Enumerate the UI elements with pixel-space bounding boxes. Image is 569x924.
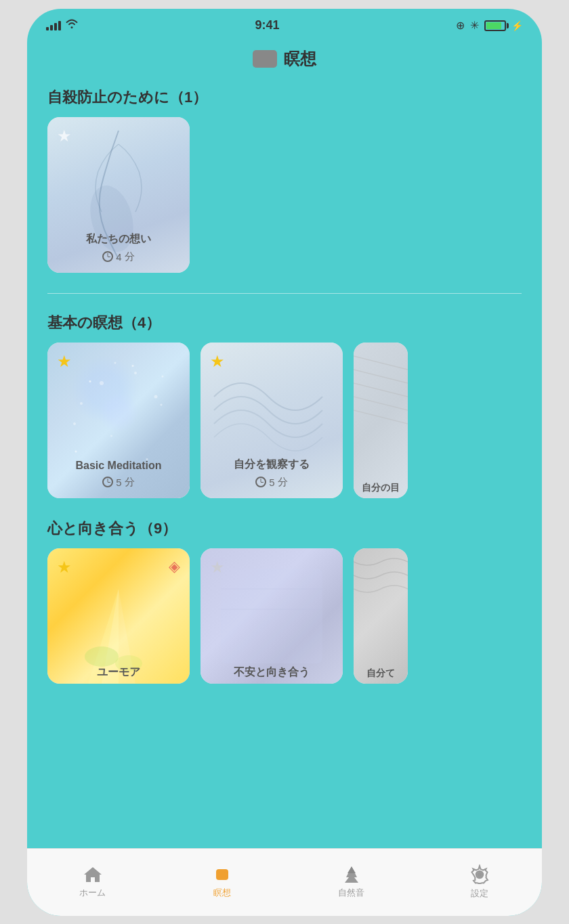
svg-rect-19 [219,872,226,877]
card-watashitachi-label: 私たちの想い [47,232,190,246]
clock-basic-icon [102,477,113,487]
svg-line-10 [354,383,408,397]
section-basic-meditation: 基本の瞑想（4） [47,313,522,498]
svg-point-5 [114,361,117,364]
tab-home[interactable]: ホーム [79,865,106,899]
status-bar: 9:41 ⊕ ✳ ⚡ [27,9,542,43]
tab-settings-label: 設定 [471,887,488,900]
card-star-icon: ★ [57,127,72,146]
tab-home-label: ホーム [79,887,106,899]
card-kansatsu-label: 自分を観察する [201,458,343,472]
section-3-cards: ★ ◈ ユーモア ★ 不安と向き合う [47,548,522,684]
svg-rect-15 [221,569,322,663]
battery-indicator [484,20,506,31]
charge-icon: ⚡ [511,20,523,31]
card-kansatsu-star: ★ [210,352,225,371]
card-basic-time: 5 分 [47,476,190,498]
svg-point-13 [85,646,119,667]
tab-meditation-label: 瞑想 [213,887,231,899]
svg-point-2 [134,372,137,374]
svg-marker-21 [347,866,356,873]
section-kokoro: 心と向き合う（9） ★ ◈ ユーモア [47,519,522,684]
tab-meditation[interactable]: 瞑想 [211,865,234,899]
home-icon [83,865,103,884]
status-left [46,18,79,32]
svg-line-11 [354,397,408,410]
card-fuan-label: 不安と向き合う [201,665,343,680]
tab-bar: ホーム 瞑想 自然音 [27,848,542,916]
settings-icon [469,864,490,885]
clock-icon [102,251,113,262]
status-time: 9:41 [255,18,279,32]
section-3-title: 心と向き合う（9） [47,519,522,539]
card-humor-label: ユーモア [47,665,190,680]
section-2-cards: ★ Basic Meditation 5 分 [47,343,522,498]
signal-bars [46,21,61,30]
svg-point-3 [80,402,83,405]
card-humor-star: ★ [57,558,72,577]
card-basic-meditation[interactable]: ★ Basic Meditation 5 分 [47,343,190,498]
main-content[interactable]: 自殺防止のために（1） ★ 私たちの想い [27,81,542,848]
card-basic-star: ★ [57,352,72,371]
page-title: 瞑想 [284,48,316,70]
card-watashitachi[interactable]: ★ 私たちの想い 4 分 [47,117,190,273]
svg-point-7 [73,422,76,425]
card-watashitachi-time: 4 分 [47,250,190,273]
card-jibun2-label: 自分て [354,667,408,680]
svg-line-8 [354,356,408,370]
section-suicide-prevention: 自殺防止のために（1） ★ 私たちの想い [47,87,522,273]
card-jibun-partial-label: 自分の目 [354,482,408,494]
phone-frame: 9:41 ⊕ ✳ ⚡ 瞑想 自殺防止のために（1） [27,9,542,916]
page-header: 瞑想 [27,43,542,81]
section-1-cards: ★ 私たちの想い 4 分 [47,117,522,273]
card-fuan[interactable]: ★ 不安と向き合う [201,548,343,684]
clock-kansatsu-icon [255,477,266,487]
card-jibun-partial[interactable]: 自分の目 [354,343,408,498]
svg-point-4 [154,395,158,398]
svg-line-12 [354,410,408,424]
card-jibun-kansatsu[interactable]: ★ 自分を観察する 5 分 [201,343,343,498]
card-jibun2-partial[interactable]: 自分て [354,548,408,684]
card-humor[interactable]: ★ ◈ ユーモア [47,548,190,684]
svg-point-6 [162,375,164,377]
card-basic-label: Basic Meditation [47,460,190,472]
tab-nature-label: 自然音 [338,887,364,899]
tab-nature[interactable]: 自然音 [338,865,364,899]
status-right: ⊕ ✳ ⚡ [456,19,523,32]
tab-settings[interactable]: 設定 [469,864,490,900]
svg-point-1 [100,381,104,385]
svg-line-9 [354,370,408,383]
bluetooth-icon: ✳ [470,19,479,32]
meditation-tab-icon [211,865,234,884]
meditation-header-icon [253,50,277,68]
section-2-title: 基本の瞑想（4） [47,313,522,333]
divider-1 [47,293,522,294]
wifi-icon [65,18,79,32]
section-1-title: 自殺防止のために（1） [47,87,522,108]
card-humor-diamond: ◈ [169,558,180,575]
nature-icon [339,865,364,884]
location-icon: ⊕ [456,19,465,32]
card-kansatsu-time: 5 分 [201,476,343,498]
card-fuan-star: ★ [210,558,225,577]
